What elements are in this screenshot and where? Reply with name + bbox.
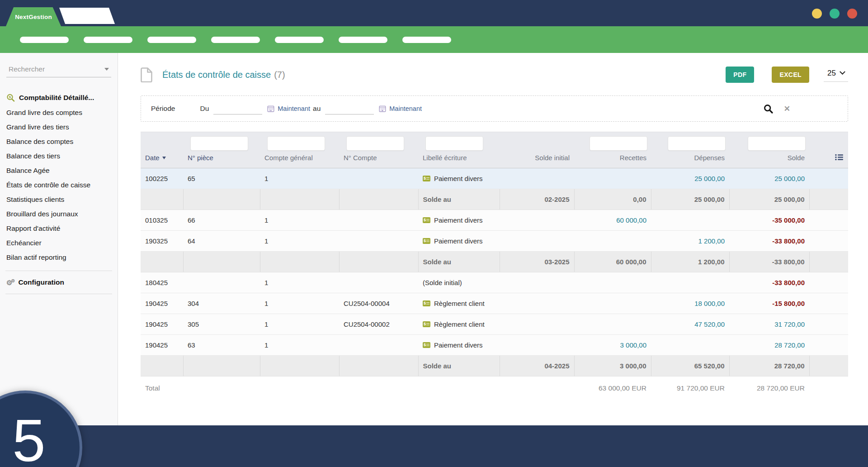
columns-list-icon[interactable]	[835, 154, 844, 161]
total-depenses: 91 720,00 EUR	[651, 376, 729, 392]
cell-solde_initial: 04-2025	[500, 355, 574, 376]
cell-solde: -35 000,00	[729, 210, 809, 230]
compte-filter-input[interactable]	[346, 136, 404, 151]
sidebar-search-select[interactable]: Rechercher	[6, 61, 111, 77]
filter-cell-piece	[183, 132, 260, 152]
table-row[interactable]: 190325641Paiement divers1 200,00-33 800,…	[141, 230, 848, 251]
table-row[interactable]: 1804251(Solde initial)-33 800,00	[141, 272, 848, 293]
chevron-down-icon	[104, 68, 109, 73]
search-icon[interactable]	[764, 104, 773, 114]
col-header-compte_general: Compte général	[260, 152, 339, 168]
cell-libelle: Solde au	[418, 251, 500, 272]
sidebar-item[interactable]: Balance Agée	[0, 163, 118, 178]
cell-solde: -15 800,00	[729, 293, 809, 314]
cell-libelle: Paiement divers	[418, 168, 500, 189]
table-body: 100225651Paiement divers25 000,0025 000,…	[141, 168, 848, 376]
journal-entry-icon	[423, 300, 430, 306]
pdf-export-button[interactable]: PDF	[726, 67, 754, 83]
journal-entry-icon	[423, 176, 430, 181]
cell-solde_initial: 03-2025	[500, 251, 574, 272]
table-row[interactable]: 1904253051CU2504-00002Règlement client47…	[141, 314, 848, 334]
sidebar-item[interactable]: Balance des comptes	[0, 134, 118, 149]
cell-compte: CU2504-00002	[339, 314, 418, 334]
cell-compte_general: 1	[260, 334, 339, 355]
col-header-actions[interactable]	[809, 152, 848, 168]
nav-item-placeholder[interactable]	[402, 37, 451, 43]
col-header-solde: Solde	[729, 152, 809, 168]
to-now-link[interactable]: Maintenant	[389, 105, 422, 112]
sidebar-item-configuration[interactable]: ⚙⚙ Configuration	[0, 277, 118, 288]
sidebar-item[interactable]: Echéancier	[0, 236, 118, 250]
table-row[interactable]: 100225651Paiement divers25 000,0025 000,…	[141, 168, 848, 189]
piece-filter-input[interactable]	[190, 136, 248, 151]
sidebar-item[interactable]: Balance des tiers	[0, 149, 118, 163]
filter-cell-libelle	[418, 132, 500, 152]
filter-cell-solde	[729, 132, 809, 152]
col-header-depenses: Dépenses	[651, 152, 729, 168]
cell-piece	[183, 355, 260, 376]
period-from-input[interactable]	[213, 103, 262, 114]
sidebar-item[interactable]: Statistiques clients	[0, 192, 118, 207]
cell-recettes: 60 000,00	[574, 210, 651, 230]
cell-solde_initial: 02-2025	[500, 189, 574, 210]
sidebar-item[interactable]: Grand livre des tiers	[0, 120, 118, 134]
cell-depenses	[651, 334, 729, 355]
depenses-filter-input[interactable]	[668, 136, 726, 151]
filter-cell-actions	[809, 132, 848, 152]
main-nav	[0, 26, 868, 53]
cell-solde_initial	[500, 210, 574, 230]
libelle-filter-input[interactable]	[425, 136, 483, 151]
sidebar-item[interactable]: Grand livre des comptes	[0, 105, 118, 120]
period-to-input[interactable]	[325, 103, 374, 114]
nav-item-placeholder[interactable]	[275, 37, 324, 43]
calendar-icon[interactable]	[379, 105, 386, 112]
cell-date: 190425	[141, 293, 183, 314]
app-logo: NextGestion	[6, 7, 61, 26]
recettes-filter-input[interactable]	[590, 136, 647, 151]
col-header-date[interactable]: Date	[141, 152, 183, 168]
cell-actions	[809, 168, 848, 189]
sidebar-item[interactable]: Rapport d'activité	[0, 221, 118, 236]
nav-item-placeholder[interactable]	[211, 37, 260, 43]
page-size-select[interactable]: 25	[824, 68, 848, 82]
cell-compte: CU2504-00004	[339, 293, 418, 314]
window-dot-yellow[interactable]	[812, 9, 822, 19]
nav-item-placeholder[interactable]	[147, 37, 196, 43]
cell-solde_initial	[500, 168, 574, 189]
solde-filter-input[interactable]	[748, 136, 806, 151]
col-header-piece[interactable]: N° pièce	[183, 152, 260, 168]
from-now-link[interactable]: Maintenant	[278, 105, 310, 112]
excel-export-button[interactable]: EXCEL	[772, 67, 809, 83]
cell-actions	[809, 272, 848, 293]
libelle-text: Règlement client	[434, 320, 485, 328]
cell-solde_initial	[500, 272, 574, 293]
sidebar-item[interactable]: Bilan actif reporting	[0, 250, 118, 265]
cell-recettes	[574, 314, 651, 334]
table-row[interactable]: 1904253041CU2504-00004Règlement client18…	[141, 293, 848, 314]
window-dot-teal[interactable]	[830, 9, 840, 19]
document-icon	[141, 67, 152, 82]
table-row[interactable]: 190425631Paiement divers3 000,0028 720,0…	[141, 334, 848, 355]
page-title: États de contrôle de caisse	[162, 70, 271, 80]
sidebar-item[interactable]: Brouillard des journaux	[0, 207, 118, 221]
cell-date: 180425	[141, 272, 183, 293]
nav-item-placeholder[interactable]	[339, 37, 387, 43]
nav-item-placeholder[interactable]	[20, 37, 69, 43]
nav-item-placeholder[interactable]	[84, 37, 132, 43]
cell-piece	[183, 189, 260, 210]
clear-filter-icon[interactable]: ✕	[784, 104, 790, 114]
summary-row: Solde au04-20253 000,0065 520,0028 720,0…	[141, 355, 848, 376]
cell-solde: -33 800,00	[729, 272, 809, 293]
cell-compte	[339, 230, 418, 251]
col-header-libelle: Libellé écriture	[418, 152, 500, 168]
sidebar-item[interactable]: États de contrôle de caisse	[0, 178, 118, 192]
cell-depenses: 1 200,00	[651, 230, 729, 251]
window-dot-red[interactable]	[847, 9, 857, 19]
app-logo-label: NextGestion	[15, 14, 52, 20]
table-row[interactable]: 010325661Paiement divers60 000,00-35 000…	[141, 210, 848, 230]
calendar-icon[interactable]	[267, 105, 274, 112]
col-header-compte: N° Compte	[339, 152, 418, 168]
compte_general-filter-input[interactable]	[267, 136, 325, 151]
cell-piece	[183, 251, 260, 272]
window-controls	[812, 9, 857, 19]
